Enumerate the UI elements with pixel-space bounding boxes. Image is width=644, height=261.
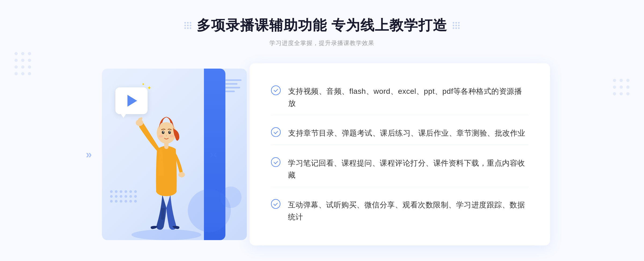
dot	[458, 22, 460, 24]
content-area: ›‹ ✦ ✦	[94, 63, 550, 245]
lines-decoration	[225, 79, 241, 92]
dot	[110, 195, 113, 198]
features-panel: 支持视频、音频、flash、word、excel、ppt、pdf等各种格式的资源…	[250, 63, 550, 245]
dot	[455, 25, 457, 26]
dot	[190, 25, 191, 26]
left-title-decorator	[184, 22, 191, 29]
svg-point-1	[21, 52, 24, 55]
svg-point-8	[28, 65, 31, 69]
svg-point-29	[169, 131, 170, 132]
dot	[184, 25, 186, 26]
svg-point-21	[131, 229, 201, 240]
feature-item-3: 学习笔记回看、课程提问、课程评论打分、课件资料下载，重点内容收藏	[271, 152, 529, 187]
dot	[187, 22, 189, 24]
feature-text-1: 支持视频、音频、flash、word、excel、ppt、pdf等各种格式的资源…	[288, 85, 529, 110]
dot	[453, 22, 454, 24]
svg-point-22	[136, 120, 143, 126]
right-title-decorator	[453, 22, 460, 29]
page-container: 多项录播课辅助功能 专为线上教学打造 学习进度全掌握，提升录播课教学效果	[0, 0, 644, 261]
dot	[190, 27, 191, 29]
svg-point-17	[626, 85, 630, 89]
line-bar	[225, 91, 235, 92]
illustration-background: ›‹ ✦ ✦	[102, 69, 247, 240]
line-bar	[225, 79, 241, 81]
title-row: 多项录播课辅助功能 专为线上教学打造	[184, 16, 460, 35]
line-bar	[225, 87, 240, 88]
svg-point-23	[178, 172, 185, 177]
illustration-container: ›‹ ✦ ✦	[94, 63, 255, 245]
dot	[110, 200, 113, 203]
svg-point-28	[163, 131, 164, 132]
dot	[455, 27, 457, 29]
svg-point-12	[613, 79, 616, 82]
dot	[115, 190, 118, 193]
dot	[184, 27, 186, 29]
page-title: 多项录播课辅助功能 专为线上教学打造	[197, 16, 447, 35]
svg-point-6	[14, 65, 18, 69]
dot-grid-left	[184, 22, 191, 29]
dot	[184, 22, 186, 24]
feature-item-1: 支持视频、音频、flash、word、excel、ppt、pdf等各种格式的资源…	[271, 80, 529, 115]
svg-point-18	[613, 92, 616, 95]
line-bar	[225, 83, 237, 85]
dot	[453, 25, 454, 26]
svg-point-7	[21, 65, 24, 69]
svg-point-0	[14, 52, 18, 55]
dot	[187, 25, 189, 26]
svg-point-31	[170, 135, 174, 137]
svg-point-10	[21, 72, 24, 75]
header-section: 多项录播课辅助功能 专为线上教学打造 学习进度全掌握，提升录播课教学效果	[184, 16, 460, 47]
dot	[190, 22, 191, 24]
feature-text-3: 学习笔记回看、课程提问、课程评论打分、课件资料下载，重点内容收藏	[288, 157, 529, 181]
svg-point-16	[620, 85, 623, 89]
dot	[115, 200, 118, 203]
person-illustration	[118, 79, 215, 240]
svg-point-13	[620, 79, 623, 82]
dot	[458, 25, 460, 26]
dot	[455, 22, 457, 24]
svg-point-15	[613, 85, 616, 89]
check-icon-3	[271, 157, 280, 167]
svg-point-30	[159, 135, 163, 137]
dot	[110, 190, 113, 193]
page-subtitle: 学习进度全掌握，提升录播课教学效果	[184, 39, 460, 47]
svg-point-14	[626, 79, 630, 82]
svg-point-26	[162, 131, 164, 134]
feature-text-2: 支持章节目录、弹题考试、课后练习、课后作业、章节测验、批改作业	[288, 127, 525, 139]
dot	[458, 27, 460, 29]
circle-small	[220, 187, 241, 208]
svg-point-11	[28, 72, 31, 75]
check-icon-1	[271, 85, 281, 95]
left-chevron-icon: »	[86, 148, 92, 161]
dot	[115, 195, 118, 198]
check-icon-4	[271, 199, 280, 209]
svg-point-27	[168, 131, 171, 134]
check-icon-2	[271, 127, 281, 137]
svg-point-2	[28, 52, 31, 55]
feature-item-2: 支持章节目录、弹题考试、课后练习、课后作业、章节测验、批改作业	[271, 122, 529, 145]
svg-point-20	[626, 92, 630, 95]
svg-point-19	[620, 92, 623, 95]
svg-point-5	[28, 59, 31, 62]
dot-grid-right	[453, 22, 460, 29]
svg-point-4	[21, 59, 24, 62]
dot	[453, 27, 454, 29]
svg-point-9	[14, 72, 18, 75]
feature-text-4: 互动弹幕、试听购买、微信分享、观看次数限制、学习进度跟踪、数据统计	[288, 199, 529, 223]
dot	[187, 27, 189, 29]
feature-item-4: 互动弹幕、试听购买、微信分享、观看次数限制、学习进度跟踪、数据统计	[271, 194, 529, 229]
svg-point-3	[14, 59, 18, 62]
